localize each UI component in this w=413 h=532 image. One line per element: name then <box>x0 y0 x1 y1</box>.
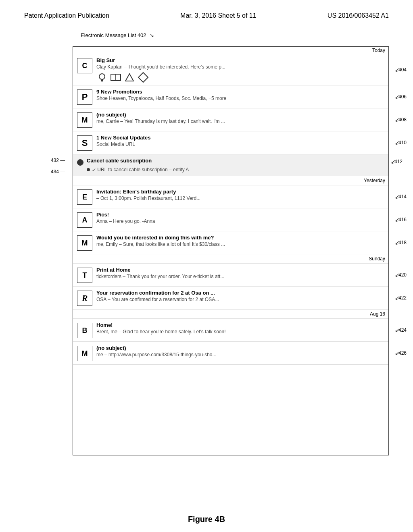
item-arrow-418: ↙ <box>395 239 400 246</box>
email-content-426: (no subject) me – http://www.purpose.com… <box>96 345 384 357</box>
email-item-414[interactable]: E Invitation: Ellen's birthday party – O… <box>73 185 388 208</box>
patent-header-left: Patent Application Publication <box>24 12 109 19</box>
email-subject-426: (no subject) <box>96 345 384 351</box>
email-content-406: 9 New Promotions Shoe Heaven, Toypalooza… <box>96 89 384 101</box>
email-item[interactable]: C Big Sur Clay Kaplan – Thought you'd be… <box>73 54 388 85</box>
item-arrow-404: ↙ <box>395 66 400 73</box>
email-item-412[interactable]: Cancel cable subscription 412 ↙ ↙ URL to… <box>73 154 388 176</box>
avatar-m3: M <box>77 346 92 361</box>
email-preview-422: OSA – You are confirmed for a reservatio… <box>96 297 384 302</box>
email-subject-412: Cancel cable subscription <box>87 158 384 164</box>
avatar-a: A <box>77 212 92 228</box>
patent-header-mid: Mar. 3, 2016 Sheet 5 of 11 <box>180 12 257 19</box>
item-arrow-406: ↙ <box>395 94 400 100</box>
email-item-418[interactable]: M Would you be interested in doing this … <box>73 231 388 254</box>
avatar-m1: M <box>77 112 92 128</box>
annotation-434: 434 — <box>51 169 65 175</box>
triangle-icon <box>124 73 135 82</box>
email-item-426[interactable]: M (no subject) me – http://www.purpose.c… <box>73 342 388 365</box>
email-item-410[interactable]: S 1 New Social Updates Social Media URL … <box>73 131 388 154</box>
email-subject-424: Home! <box>96 322 384 328</box>
annotation-432: 432 — <box>51 158 65 163</box>
avatar-b: B <box>77 323 92 338</box>
avatar-s: S <box>77 135 92 151</box>
email-item-406[interactable]: P 9 New Promotions Shoe Heaven, Toypaloo… <box>73 85 388 108</box>
figure-caption: Figure 4B <box>0 515 413 524</box>
today-label: Today <box>73 47 388 54</box>
item-arrow-414: ↙ <box>395 193 400 200</box>
circle-icon <box>96 73 108 82</box>
item-arrow-410: ↙ <box>395 139 400 146</box>
email-preview-424: Brent, me – Glad to hear you're home saf… <box>96 329 384 335</box>
email-content-bigsur: Big Sur Clay Kaplan – Thought you'd be i… <box>96 57 384 83</box>
email-item-424[interactable]: B Home! Brent, me – Glad to hear you're … <box>73 319 388 342</box>
patent-header-right: US 2016/0063452 A1 <box>327 12 389 19</box>
avatar-r: R <box>77 291 92 306</box>
email-preview-426: me – http://www.purpose.com/3308/15-thin… <box>96 352 384 357</box>
email-subject-406: 9 New Promotions <box>96 89 384 95</box>
email-content-418: Would you be interested in doing this wi… <box>96 235 384 247</box>
email-preview-410: Social Media URL <box>96 141 384 147</box>
item-arrow-412: ↙ <box>391 158 396 165</box>
email-preview-406: Shoe Heaven, Toypalooza, Half Foods, Soc… <box>96 96 384 101</box>
email-subject-422: Your reservation confirmation for 2 at O… <box>96 290 384 296</box>
item-arrow-426: ↙ <box>395 350 400 356</box>
avatar-e: E <box>77 189 92 205</box>
avatar-m2: M <box>77 235 92 251</box>
email-subject: Big Sur <box>96 57 384 63</box>
email-subject-416: Pics! <box>96 212 384 218</box>
item-arrow-416: ↙ <box>395 216 400 223</box>
tool-icons-row <box>96 72 384 83</box>
yesterday-label: Yesterday <box>73 176 388 185</box>
rectangle-icon <box>110 73 121 82</box>
email-content-422: Your reservation confirmation for 2 at O… <box>96 290 384 302</box>
email-item-408[interactable]: M (no subject) me, Carrie – Yes! Thursda… <box>73 108 388 131</box>
email-content-416: Pics! Anna – Here you go. -Anna <box>96 212 384 224</box>
svg-rect-2 <box>111 74 121 81</box>
avatar-p: P <box>77 89 92 105</box>
email-content-408: (no subject) me, Carrie – Yes! Thursday … <box>96 112 384 124</box>
email-item-420[interactable]: T Print at Home ticketorders – Thank you… <box>73 264 388 287</box>
avatar-dot <box>77 159 83 166</box>
email-content-412: Cancel cable subscription <box>87 158 384 164</box>
svg-point-0 <box>99 74 105 79</box>
avatar-t: T <box>77 268 92 283</box>
email-list-box: Today C Big Sur Clay Kaplan – Thought yo… <box>73 46 389 455</box>
email-preview-416: Anna – Here you go. -Anna <box>96 218 384 224</box>
email-preview: Clay Kaplan – Thought you'd be intereste… <box>96 64 384 70</box>
email-preview-414: – Oct 1, 3:00pm. Polish Restaurant, 1112… <box>96 195 384 201</box>
email-preview-412: ↙ URL to cancel cable subscription – ent… <box>87 167 189 172</box>
patent-header: Patent Application Publication Mar. 3, 2… <box>24 12 389 19</box>
svg-marker-5 <box>138 73 148 82</box>
email-preview-420: ticketorders – Thank you for your order.… <box>96 274 384 279</box>
email-content-414: Invitation: Ellen's birthday party – Oct… <box>96 189 384 201</box>
email-preview-408: me, Carrie – Yes! Thursday is my last da… <box>96 118 384 124</box>
email-item-422[interactable]: R Your reservation confirmation for 2 at… <box>73 287 388 310</box>
item-arrow-422: ↙ <box>395 295 400 301</box>
email-subject-408: (no subject) <box>96 112 384 118</box>
main-content: Electronic Message List 402 ↘ Today C Bi… <box>24 28 397 500</box>
email-item-412-wrapper: 432 — 434 — Cancel cable subscription 41… <box>73 154 388 176</box>
svg-marker-4 <box>125 74 133 81</box>
email-content-424: Home! Brent, me – Glad to hear you're ho… <box>96 322 384 335</box>
email-subject-420: Print at Home <box>96 267 384 273</box>
email-subject-414: Invitation: Ellen's birthday party <box>96 189 384 195</box>
bullet-412 <box>87 168 90 171</box>
email-subject-410: 1 New Social Updates <box>96 135 384 141</box>
svg-point-1 <box>101 80 103 82</box>
email-content-420: Print at Home ticketorders – Thank you f… <box>96 267 384 279</box>
item-arrow-424: ↙ <box>395 327 400 333</box>
sunday-label: Sunday <box>73 254 388 264</box>
diagram-label: Electronic Message List 402 ↘ <box>81 32 154 38</box>
email-subject-418: Would you be interested in doing this wi… <box>96 235 384 241</box>
avatar-c: C <box>77 58 92 73</box>
aug16-label: Aug 16 <box>73 310 388 319</box>
email-preview-418: me, Emily – Sure, that looks like a lot … <box>96 241 384 247</box>
diamond-icon <box>138 73 149 82</box>
email-item-416[interactable]: A Pics! Anna – Here you go. -Anna 416 ↙ <box>73 208 388 231</box>
item-arrow-408: ↙ <box>395 116 400 123</box>
item-arrow-420: ↙ <box>395 272 400 278</box>
email-content-410: 1 New Social Updates Social Media URL <box>96 135 384 147</box>
